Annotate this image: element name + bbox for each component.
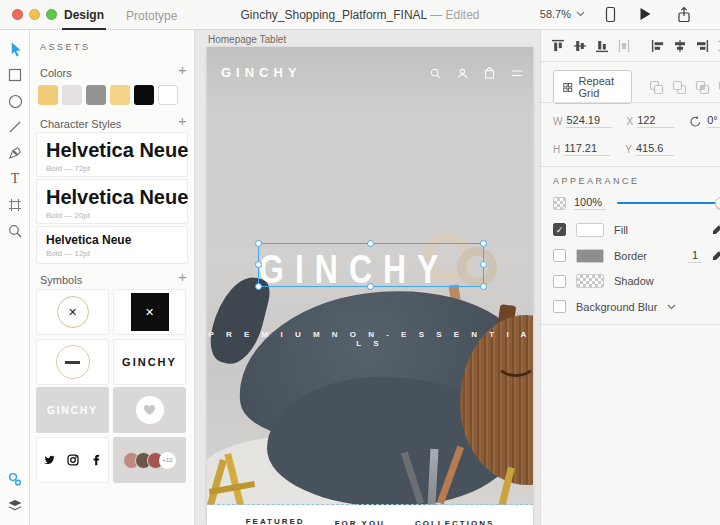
- selection-handle[interactable]: [480, 283, 487, 290]
- add-color-button[interactable]: +: [178, 65, 187, 75]
- ellipse-tool-icon[interactable]: [0, 88, 30, 114]
- border-checkbox[interactable]: [553, 249, 566, 262]
- zoom-tool-icon[interactable]: [0, 218, 30, 244]
- symbol-logo-light-text[interactable]: GINCHY: [36, 387, 109, 433]
- layers-panel-icon[interactable]: [7, 499, 23, 517]
- color-swatch[interactable]: [62, 85, 82, 105]
- boolean-subtract-icon[interactable]: [671, 79, 687, 95]
- background-blur-checkbox[interactable]: [553, 300, 566, 313]
- selection-bounding-box[interactable]: [258, 243, 484, 287]
- artboard-homepage-tablet[interactable]: GINCHY GINCHY P R E M I U M N O N - E S …: [207, 47, 533, 525]
- device-preview-icon[interactable]: [602, 6, 620, 24]
- play-preview-icon[interactable]: [638, 6, 656, 24]
- fill-label: Fill: [614, 224, 628, 236]
- circle-button-outline: [56, 345, 90, 379]
- alignment-toolbar: [551, 38, 720, 54]
- background-blur-label: Background Blur: [576, 301, 657, 313]
- facebook-icon: [90, 454, 102, 466]
- assets-panel-icon[interactable]: [7, 471, 23, 491]
- artboard-tool-icon[interactable]: [0, 192, 30, 218]
- opacity-row: 100%: [553, 196, 720, 212]
- selection-handle[interactable]: [255, 283, 262, 290]
- symbol-close-circle-light[interactable]: ✕: [36, 289, 109, 335]
- align-bottom-icon[interactable]: [595, 38, 610, 54]
- fill-checkbox[interactable]: ✓: [553, 223, 566, 236]
- symbol-favorite-button[interactable]: [113, 387, 186, 433]
- selection-handle[interactable]: [255, 240, 262, 247]
- fill-row: ✓ Fill: [553, 222, 720, 237]
- bag-icon: [484, 67, 495, 79]
- character-style-card[interactable]: Helvetica Neue Bold — 72pt: [36, 132, 188, 177]
- canvas-pasteboard[interactable]: Homepage Tablet GINCHY: [195, 30, 540, 525]
- x-input[interactable]: 122: [637, 114, 675, 128]
- character-style-card[interactable]: Helvetica Neue Bold — 12pt: [36, 226, 188, 264]
- boolean-intersect-icon[interactable]: [694, 79, 710, 95]
- tab-collections[interactable]: COLLECTIONS: [415, 519, 494, 525]
- artboard-title[interactable]: Homepage Tablet: [208, 34, 286, 45]
- color-swatch[interactable]: [158, 85, 178, 105]
- distribute-vertical-icon[interactable]: [616, 38, 631, 54]
- text-tool-icon[interactable]: T: [0, 166, 30, 192]
- share-icon[interactable]: [676, 6, 694, 24]
- distribute-horizontal-icon[interactable]: [716, 38, 720, 54]
- appearance-header: APPEARANCE: [553, 176, 720, 186]
- border-width-input[interactable]: 1: [688, 249, 702, 263]
- border-row: Border 1: [553, 248, 720, 263]
- symbol-avatar-group[interactable]: +12: [113, 437, 186, 483]
- select-tool-icon[interactable]: [0, 36, 30, 62]
- opacity-slider-knob[interactable]: [715, 197, 720, 209]
- repeat-grid-button[interactable]: Repeat Grid: [553, 70, 632, 104]
- color-swatch[interactable]: [134, 85, 154, 105]
- fine-print-placeholder: [65, 361, 80, 364]
- close-icon: ✕: [131, 293, 169, 331]
- symbol-button-circle[interactable]: [36, 339, 109, 385]
- opacity-slider[interactable]: [617, 202, 720, 204]
- selection-handle[interactable]: [480, 261, 487, 268]
- selection-handle[interactable]: [480, 240, 487, 247]
- align-center-icon[interactable]: [673, 38, 688, 54]
- symbol-close-square-dark[interactable]: ✕: [113, 289, 186, 335]
- color-swatch[interactable]: [110, 85, 130, 105]
- rotation-input[interactable]: 0°: [707, 114, 720, 128]
- shadow-label: Shadow: [614, 275, 654, 287]
- color-swatch[interactable]: [86, 85, 106, 105]
- hero-subtitle-text[interactable]: P R E M I U M N O N - E S S E N T I A L …: [207, 330, 533, 348]
- chevron-down-icon[interactable]: [667, 304, 676, 310]
- tab-featured[interactable]: FEATURED: [246, 517, 305, 525]
- shadow-checkbox[interactable]: [553, 275, 566, 288]
- assets-panel: ASSETS Colors + Character Styles + Helve…: [30, 30, 195, 525]
- align-right-icon[interactable]: [694, 38, 709, 54]
- selection-handle[interactable]: [367, 240, 374, 247]
- fill-eyedropper-icon[interactable]: [712, 222, 720, 237]
- symbol-logo-dark-text[interactable]: GINCHY: [113, 339, 186, 385]
- twitter-icon: [43, 454, 56, 466]
- width-input[interactable]: 524.19: [566, 114, 612, 128]
- align-top-icon[interactable]: [551, 38, 566, 54]
- add-symbol-button[interactable]: +: [178, 272, 187, 282]
- align-left-icon[interactable]: [651, 38, 666, 54]
- selection-handle[interactable]: [255, 261, 262, 268]
- align-middle-icon[interactable]: [573, 38, 588, 54]
- rectangle-tool-icon[interactable]: [0, 62, 30, 88]
- opacity-input[interactable]: 100%: [574, 196, 606, 210]
- opacity-icon: [553, 197, 566, 210]
- selection-handle[interactable]: [367, 283, 374, 290]
- tab-for-you[interactable]: FOR YOU: [335, 519, 385, 525]
- border-eyedropper-icon[interactable]: [712, 248, 720, 263]
- avatar-count-badge: +12: [159, 452, 176, 469]
- y-input[interactable]: 415.6: [636, 142, 674, 156]
- fill-color-swatch[interactable]: [576, 223, 604, 237]
- border-color-swatch[interactable]: [576, 249, 604, 263]
- property-inspector: Repeat Grid W 524.19 X 122 0° H 117.21 Y…: [540, 30, 720, 525]
- line-tool-icon[interactable]: [0, 114, 30, 140]
- add-character-style-button[interactable]: +: [178, 116, 187, 126]
- symbol-social-icons[interactable]: [36, 437, 109, 483]
- color-swatch[interactable]: [38, 85, 58, 105]
- pen-tool-icon[interactable]: [0, 140, 30, 166]
- heart-icon: [136, 396, 164, 424]
- character-style-card[interactable]: Helvetica Neue Bold — 20pt: [36, 179, 188, 224]
- shadow-color-swatch[interactable]: [576, 274, 604, 288]
- zoom-level-control[interactable]: 58.7%: [540, 8, 585, 20]
- boolean-add-icon[interactable]: [648, 79, 664, 95]
- height-input[interactable]: 117.21: [564, 142, 610, 156]
